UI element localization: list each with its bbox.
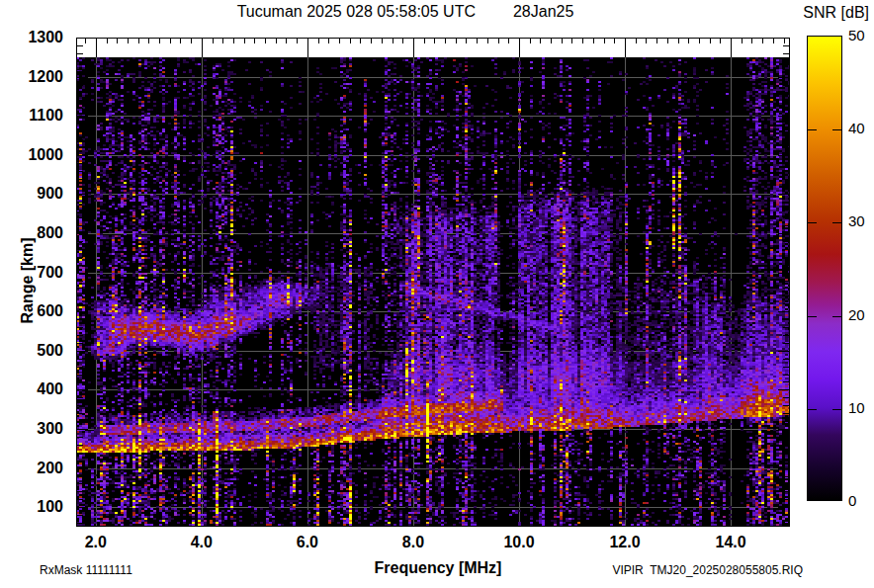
colorbar-title: SNR [dB]	[803, 4, 869, 22]
colorbar-tick	[832, 129, 841, 130]
y-tick-label: 1100	[0, 107, 63, 125]
x-tick-label: 6.0	[297, 534, 318, 551]
y-tick-label: 1200	[0, 68, 63, 86]
ionogram-heatmap	[76, 38, 790, 527]
plot-title: Tucuman 2025 028 05:58:05 UTC28Jan25	[0, 3, 811, 21]
colorbar-tick-label: 30	[848, 212, 865, 230]
x-tick-label: 8.0	[402, 534, 424, 551]
title-text: Tucuman 2025 028 05:58:05 UTC	[237, 3, 476, 20]
x-tick-label: 10.0	[503, 534, 534, 551]
y-tick-label: 200	[0, 460, 63, 477]
colorbar-tick-label: 20	[848, 306, 865, 324]
y-tick-label: 1300	[0, 29, 63, 46]
title-date: 28Jan25	[513, 3, 573, 20]
colorbar-tick	[808, 316, 817, 317]
colorbar-tick-label: 10	[848, 399, 865, 417]
y-tick-label: 700	[0, 264, 63, 282]
plot-area	[76, 38, 790, 527]
y-tick-label: 800	[0, 224, 63, 242]
y-tick-label: 1000	[0, 146, 63, 164]
colorbar-tick	[832, 316, 841, 317]
colorbar-gradient	[808, 37, 841, 500]
y-tick-label: 900	[0, 185, 63, 203]
y-tick-label: 100	[0, 498, 63, 516]
x-axis-label: Frequency [MHz]	[375, 559, 502, 577]
x-tick-label: 2.0	[85, 534, 107, 551]
y-tick-label: 600	[0, 302, 63, 320]
x-tick-label: 12.0	[609, 534, 640, 551]
y-tick-label: 400	[0, 380, 63, 398]
x-tick-label: 4.0	[191, 534, 213, 551]
colorbar-tick	[808, 222, 817, 223]
colorbar-tick-label: 40	[848, 120, 865, 137]
y-tick-label: 300	[0, 420, 63, 438]
colorbar-tick-label: 0	[848, 492, 856, 510]
rxmask-label: RxMask 11111111	[40, 563, 132, 577]
ionogram-app: Tucuman 2025 028 05:58:05 UTC28Jan25 SNR…	[0, 0, 874, 588]
x-tick-label: 14.0	[715, 534, 745, 551]
colorbar-tick	[832, 222, 841, 223]
colorbar	[807, 36, 842, 501]
y-tick-label: 500	[0, 342, 63, 360]
colorbar-tick	[808, 129, 817, 130]
colorbar-tick	[832, 409, 841, 410]
colorbar-tick-label: 50	[848, 27, 865, 44]
colorbar-tick	[808, 409, 817, 410]
filename-label: VIPIR TMJ20_2025028055805.RIQ	[612, 563, 803, 577]
